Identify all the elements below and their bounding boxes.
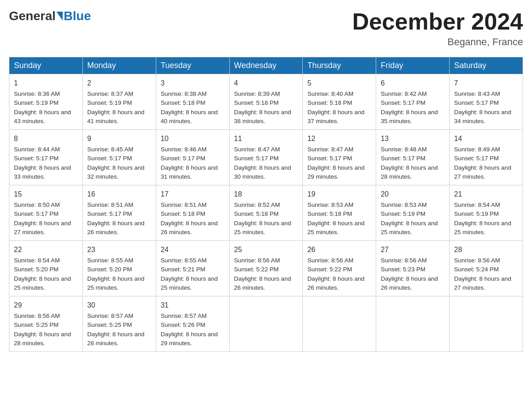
sunrise-text: Sunrise: 8:57 AM bbox=[161, 313, 207, 319]
day-number: 22 bbox=[14, 244, 78, 255]
month-title: December 2024 bbox=[352, 9, 523, 34]
sunrise-text: Sunrise: 8:48 AM bbox=[381, 146, 427, 153]
day-number: 27 bbox=[381, 244, 445, 255]
logo-general-text: General bbox=[9, 9, 56, 23]
calendar-cell: 2 Sunrise: 8:37 AM Sunset: 5:19 PM Dayli… bbox=[82, 74, 156, 130]
day-number: 25 bbox=[234, 244, 298, 255]
sunset-text: Sunset: 5:17 PM bbox=[234, 155, 279, 162]
day-number: 30 bbox=[87, 300, 151, 311]
calendar-cell: 28 Sunrise: 8:56 AM Sunset: 5:24 PM Dayl… bbox=[450, 241, 523, 296]
calendar-cell: 22 Sunrise: 8:54 AM Sunset: 5:20 PM Dayl… bbox=[9, 241, 83, 296]
sunrise-text: Sunrise: 8:56 AM bbox=[381, 257, 427, 264]
daylight-text: Daylight: 8 hours and 41 minutes. bbox=[87, 109, 145, 124]
day-number: 13 bbox=[381, 133, 445, 144]
day-number: 20 bbox=[381, 189, 445, 200]
header-cell-tuesday: Tuesday bbox=[156, 57, 229, 74]
sunset-text: Sunset: 5:19 PM bbox=[87, 99, 132, 106]
sunset-text: Sunset: 5:24 PM bbox=[454, 266, 499, 273]
daylight-text: Daylight: 8 hours and 40 minutes. bbox=[161, 109, 218, 124]
daylight-text: Daylight: 8 hours and 25 minutes. bbox=[234, 220, 292, 235]
calendar-cell: 14 Sunrise: 8:49 AM Sunset: 5:17 PM Dayl… bbox=[450, 130, 523, 185]
daylight-text: Daylight: 8 hours and 37 minutes. bbox=[307, 109, 365, 124]
day-number: 3 bbox=[161, 78, 225, 89]
day-number: 15 bbox=[14, 189, 78, 200]
calendar-cell: 17 Sunrise: 8:51 AM Sunset: 5:18 PM Dayl… bbox=[156, 185, 229, 241]
day-number: 26 bbox=[307, 244, 371, 255]
sunset-text: Sunset: 5:19 PM bbox=[14, 99, 59, 106]
daylight-text: Daylight: 8 hours and 35 minutes. bbox=[381, 109, 438, 124]
week-row-1: 1 Sunrise: 8:36 AM Sunset: 5:19 PM Dayli… bbox=[9, 74, 523, 130]
sunrise-text: Sunrise: 8:55 AM bbox=[87, 257, 133, 264]
daylight-text: Daylight: 8 hours and 28 minutes. bbox=[14, 331, 71, 347]
calendar-cell bbox=[450, 296, 523, 352]
sunset-text: Sunset: 5:22 PM bbox=[234, 266, 279, 273]
day-number: 12 bbox=[307, 133, 371, 144]
sunset-text: Sunset: 5:18 PM bbox=[307, 99, 352, 106]
daylight-text: Daylight: 8 hours and 25 minutes. bbox=[14, 275, 71, 291]
week-row-5: 29 Sunrise: 8:56 AM Sunset: 5:25 PM Dayl… bbox=[9, 296, 523, 352]
calendar-cell: 5 Sunrise: 8:40 AM Sunset: 5:18 PM Dayli… bbox=[303, 74, 376, 130]
day-number: 9 bbox=[87, 133, 151, 144]
sunrise-text: Sunrise: 8:51 AM bbox=[161, 201, 207, 208]
calendar-cell: 3 Sunrise: 8:38 AM Sunset: 5:18 PM Dayli… bbox=[156, 74, 229, 130]
calendar-cell: 21 Sunrise: 8:54 AM Sunset: 5:19 PM Dayl… bbox=[450, 185, 523, 241]
sunset-text: Sunset: 5:19 PM bbox=[454, 210, 499, 217]
daylight-text: Daylight: 8 hours and 27 minutes. bbox=[14, 220, 71, 235]
sunrise-text: Sunrise: 8:38 AM bbox=[161, 90, 207, 97]
sunrise-text: Sunrise: 8:46 AM bbox=[161, 146, 207, 153]
day-number: 8 bbox=[14, 133, 78, 144]
sunset-text: Sunset: 5:18 PM bbox=[307, 210, 352, 217]
calendar-cell: 29 Sunrise: 8:56 AM Sunset: 5:25 PM Dayl… bbox=[9, 296, 83, 352]
sunrise-text: Sunrise: 8:47 AM bbox=[307, 146, 353, 153]
daylight-text: Daylight: 8 hours and 38 minutes. bbox=[234, 109, 292, 124]
calendar-header: SundayMondayTuesdayWednesdayThursdayFrid… bbox=[9, 57, 523, 74]
daylight-text: Daylight: 8 hours and 26 minutes. bbox=[307, 275, 365, 291]
sunset-text: Sunset: 5:17 PM bbox=[454, 155, 499, 162]
sunrise-text: Sunrise: 8:56 AM bbox=[454, 257, 500, 264]
calendar-cell: 20 Sunrise: 8:53 AM Sunset: 5:19 PM Dayl… bbox=[376, 185, 450, 241]
sunset-text: Sunset: 5:17 PM bbox=[87, 155, 132, 162]
sunset-text: Sunset: 5:17 PM bbox=[14, 210, 59, 217]
day-number: 16 bbox=[87, 189, 151, 200]
sunset-text: Sunset: 5:17 PM bbox=[161, 155, 206, 162]
calendar-cell bbox=[229, 296, 303, 352]
logo-area: General Blue bbox=[9, 9, 91, 23]
sunrise-text: Sunrise: 8:53 AM bbox=[381, 201, 427, 208]
logo-arrow-icon bbox=[56, 12, 63, 21]
header-cell-sunday: Sunday bbox=[9, 57, 83, 74]
calendar-cell: 8 Sunrise: 8:44 AM Sunset: 5:17 PM Dayli… bbox=[9, 130, 83, 185]
daylight-text: Daylight: 8 hours and 29 minutes. bbox=[161, 331, 218, 347]
sunset-text: Sunset: 5:17 PM bbox=[14, 155, 59, 162]
daylight-text: Daylight: 8 hours and 26 minutes. bbox=[381, 275, 438, 291]
calendar-cell: 19 Sunrise: 8:53 AM Sunset: 5:18 PM Dayl… bbox=[303, 185, 376, 241]
calendar-cell: 1 Sunrise: 8:36 AM Sunset: 5:19 PM Dayli… bbox=[9, 74, 83, 130]
daylight-text: Daylight: 8 hours and 26 minutes. bbox=[161, 220, 218, 235]
daylight-text: Daylight: 8 hours and 29 minutes. bbox=[307, 164, 365, 180]
sunset-text: Sunset: 5:26 PM bbox=[161, 321, 206, 328]
logo-blue-text: Blue bbox=[64, 9, 91, 23]
sunrise-text: Sunrise: 8:45 AM bbox=[87, 146, 133, 153]
calendar-cell: 25 Sunrise: 8:56 AM Sunset: 5:22 PM Dayl… bbox=[229, 241, 303, 296]
week-row-2: 8 Sunrise: 8:44 AM Sunset: 5:17 PM Dayli… bbox=[9, 130, 523, 185]
day-number: 31 bbox=[161, 300, 225, 311]
calendar-cell: 18 Sunrise: 8:52 AM Sunset: 5:18 PM Dayl… bbox=[229, 185, 303, 241]
page-header: General Blue December 2024 Beganne, Fran… bbox=[9, 9, 523, 48]
header-cell-saturday: Saturday bbox=[450, 57, 523, 74]
day-number: 19 bbox=[307, 189, 371, 200]
day-number: 23 bbox=[87, 244, 151, 255]
sunrise-text: Sunrise: 8:52 AM bbox=[234, 201, 280, 208]
week-row-4: 22 Sunrise: 8:54 AM Sunset: 5:20 PM Dayl… bbox=[9, 241, 523, 296]
sunset-text: Sunset: 5:23 PM bbox=[381, 266, 425, 273]
sunrise-text: Sunrise: 8:40 AM bbox=[307, 90, 353, 97]
day-number: 28 bbox=[454, 244, 518, 255]
calendar-cell: 27 Sunrise: 8:56 AM Sunset: 5:23 PM Dayl… bbox=[376, 241, 450, 296]
calendar-body: 1 Sunrise: 8:36 AM Sunset: 5:19 PM Dayli… bbox=[9, 74, 523, 352]
calendar-cell: 15 Sunrise: 8:50 AM Sunset: 5:17 PM Dayl… bbox=[9, 185, 83, 241]
sunset-text: Sunset: 5:17 PM bbox=[87, 210, 132, 217]
location-text: Beganne, France bbox=[352, 36, 523, 48]
day-number: 7 bbox=[454, 78, 518, 89]
daylight-text: Daylight: 8 hours and 25 minutes. bbox=[161, 275, 218, 291]
calendar-cell: 23 Sunrise: 8:55 AM Sunset: 5:20 PM Dayl… bbox=[82, 241, 156, 296]
day-number: 6 bbox=[381, 78, 445, 89]
sunrise-text: Sunrise: 8:43 AM bbox=[454, 90, 500, 97]
